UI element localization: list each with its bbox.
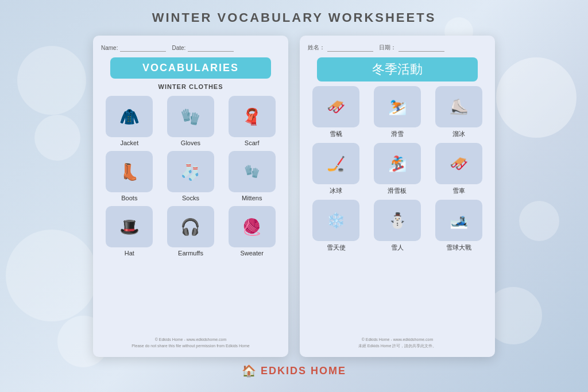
en-name-label: Name: xyxy=(101,45,118,51)
bokeh-circle-6 xyxy=(519,201,559,241)
cn-item-skiing: ⛷️ 滑雪 xyxy=(369,86,426,138)
cn-item-snowman-img: ⛄ xyxy=(374,200,421,241)
cn-item-sledding-img: 🛷 xyxy=(312,86,359,127)
item-sweater-img: 🧶 xyxy=(229,206,276,247)
cn-date-line xyxy=(399,44,444,52)
cn-item-hockey-label: 冰球 xyxy=(330,187,342,195)
en-footer: © Edkids Home - www.edkidshome.com Pleas… xyxy=(131,332,249,349)
item-sweater: 🧶 Sweater xyxy=(223,206,280,257)
brand-house-icon: 🏠 xyxy=(242,364,256,378)
cn-item-snowball: 🎿 雪球大戰 xyxy=(430,200,487,252)
cn-form-row: 姓名： 日期： xyxy=(308,44,487,52)
cn-item-sledding-label: 雪橇 xyxy=(330,130,342,138)
en-date-field: Date: xyxy=(172,44,234,52)
cn-item-snowangel: ❄️ 雪天使 xyxy=(308,200,365,252)
item-hat: 🎩 Hat xyxy=(101,206,158,257)
en-form-row: Name: Date: xyxy=(101,44,280,52)
item-boots: 👢 Boots xyxy=(101,151,158,201)
en-items-grid: 🧥 Jacket 🧤 Gloves 🧣 Scarf 👢 Boots 🧦 Sock… xyxy=(101,96,280,257)
item-jacket-label: Jacket xyxy=(120,139,138,146)
cn-name-field: 姓名： xyxy=(308,44,373,52)
bokeh-circle-2 xyxy=(34,115,80,161)
cn-header-text: 冬季活動 xyxy=(372,62,423,76)
cn-items-grid: 🛷 雪橇 ⛷️ 滑雪 ⛸️ 溜冰 🏒 冰球 🏂 滑雪板 🛷 雪 xyxy=(308,86,487,252)
cn-item-snowball-img: 🎿 xyxy=(435,200,482,241)
item-mittens-img: 🧤 xyxy=(229,151,276,192)
cn-footer-line2: 未經 Edkids Home 許可，請勿共享此文件。 xyxy=(358,343,437,350)
cn-item-skiing-img: ⛷️ xyxy=(374,86,421,127)
cn-item-snowboard-img: 🏂 xyxy=(374,143,421,184)
en-date-line xyxy=(188,44,234,52)
item-sweater-label: Sweater xyxy=(240,250,263,257)
item-boots-img: 👢 xyxy=(106,151,153,192)
cn-date-field: 日期： xyxy=(379,44,444,52)
item-scarf-label: Scarf xyxy=(245,139,260,146)
cn-item-skating-label: 溜冰 xyxy=(452,130,465,138)
en-date-label: Date: xyxy=(172,45,185,51)
item-socks-img: 🧦 xyxy=(167,151,214,192)
item-earmuffs-label: Earmuffs xyxy=(178,250,203,257)
en-footer-line1: © Edkids Home - www.edkidshome.com xyxy=(131,337,249,343)
item-socks: 🧦 Socks xyxy=(163,151,219,201)
cn-item-snowangel-label: 雪天使 xyxy=(327,243,346,252)
cn-item-snowball-label: 雪球大戰 xyxy=(446,243,471,252)
item-hat-label: Hat xyxy=(125,250,134,257)
bokeh-circle-5 xyxy=(496,57,577,138)
item-mittens: 🧤 Mittens xyxy=(223,151,280,201)
cn-item-snowcar-label: 雪車 xyxy=(452,187,465,195)
cn-item-snowboard-label: 滑雪板 xyxy=(388,187,407,195)
vocab-badge: VOCABULARIES xyxy=(110,57,272,79)
cn-item-skiing-label: 滑雪 xyxy=(391,130,404,138)
brand-footer: 🏠 EDKIDS HOME xyxy=(242,364,346,378)
cn-item-snowman: ⛄ 雪人 xyxy=(369,200,426,252)
en-section-title: WINTER CLOTHES xyxy=(158,83,223,90)
cn-item-skating: ⛸️ 溜冰 xyxy=(430,86,487,138)
en-name-field: Name: xyxy=(101,44,166,52)
en-name-line xyxy=(120,44,166,52)
cn-date-label: 日期： xyxy=(379,44,396,52)
worksheets-container: Name: Date: VOCABULARIES WINTER CLOTHES … xyxy=(93,36,495,357)
cn-item-snowman-label: 雪人 xyxy=(391,243,404,252)
en-footer-line2: Please do not share this file without pe… xyxy=(131,343,249,350)
cn-footer: © Edkids Home - www.edkidshome.com 未經 Ed… xyxy=(358,332,437,349)
cn-header: 冬季活動 xyxy=(317,57,478,81)
cn-name-line xyxy=(327,44,373,52)
cn-item-snowcar: 🛷 雪車 xyxy=(430,143,487,195)
item-jacket: 🧥 Jacket xyxy=(101,96,158,146)
bokeh-circle-3 xyxy=(6,230,98,321)
brand-name: EDKIDS HOME xyxy=(261,365,346,377)
cn-item-sledding: 🛷 雪橇 xyxy=(308,86,365,138)
cn-item-snowangel-img: ❄️ xyxy=(312,200,359,241)
item-jacket-img: 🧥 xyxy=(106,96,153,137)
cn-footer-line1: © Edkids Home - www.edkidshome.com xyxy=(358,337,437,343)
cn-item-hockey: 🏒 冰球 xyxy=(308,143,365,195)
item-gloves-img: 🧤 xyxy=(167,96,214,137)
item-earmuffs-img: 🎧 xyxy=(167,206,214,247)
item-boots-label: Boots xyxy=(121,195,137,201)
item-scarf-img: 🧣 xyxy=(229,96,276,137)
chinese-worksheet: 姓名： 日期： 冬季活動 🛷 雪橇 ⛷️ 滑雪 ⛸️ 溜冰 xyxy=(300,36,495,357)
page-title: WINTER VOCABULARY WORKSHEETS xyxy=(152,10,436,25)
cn-item-skating-img: ⛸️ xyxy=(435,86,482,127)
item-gloves-label: Gloves xyxy=(181,139,200,146)
cn-name-label: 姓名： xyxy=(308,44,325,52)
item-socks-label: Socks xyxy=(182,195,199,201)
item-earmuffs: 🎧 Earmuffs xyxy=(163,206,219,257)
item-mittens-label: Mittens xyxy=(242,195,262,201)
cn-item-hockey-img: 🏒 xyxy=(312,143,359,184)
cn-item-snowboard: 🏂 滑雪板 xyxy=(369,143,426,195)
bokeh-circle-1 xyxy=(17,46,86,115)
cn-item-snowcar-img: 🛷 xyxy=(435,143,482,184)
item-gloves: 🧤 Gloves xyxy=(163,96,219,146)
english-worksheet: Name: Date: VOCABULARIES WINTER CLOTHES … xyxy=(93,36,288,357)
item-hat-img: 🎩 xyxy=(106,206,153,247)
item-scarf: 🧣 Scarf xyxy=(223,96,280,146)
